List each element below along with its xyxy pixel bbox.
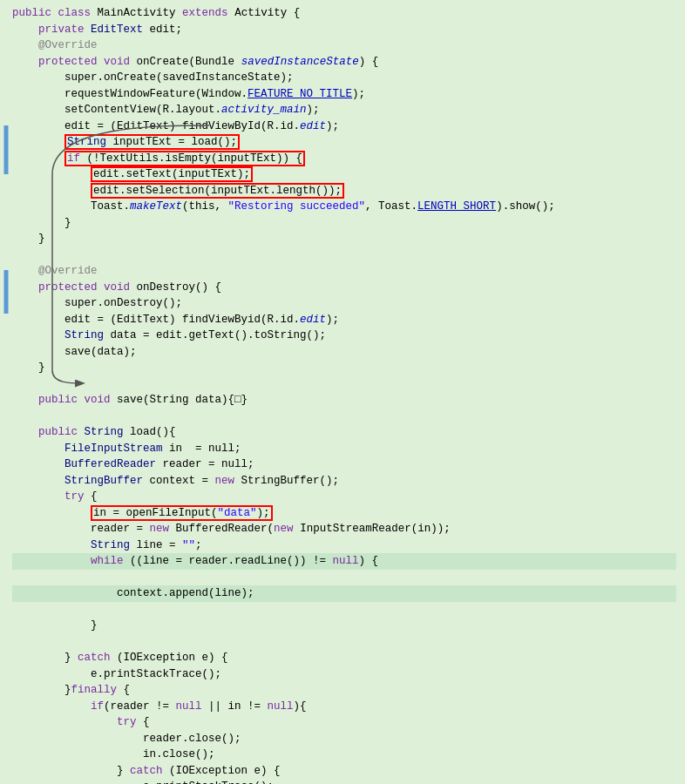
line-34: String line = ""; [12, 539, 202, 551]
line-4: protected void onCreate(Bundle savedInst… [12, 56, 378, 68]
line-35: while ((line = reader.readLine()) != nul… [12, 553, 676, 570]
line-19: super.onDestroy(); [12, 297, 182, 309]
line-41: }finally { [12, 684, 130, 696]
line-46: } catch (IOException e) { [12, 765, 281, 777]
code-editor: public class MainActivity extends Activi… [0, 0, 685, 784]
line-32: in = openFileInput("data"); [12, 505, 273, 521]
line-12: edit.setSelection(inputTExt.length()); [12, 183, 344, 199]
line-7: setContentView(R.layout.activity_main); [12, 104, 320, 116]
line-1: public class MainActivity extends Activi… [12, 7, 300, 19]
line-30: StringBuffer context = new StringBuffer(… [12, 475, 339, 487]
line-28: FileInputStream in = null; [12, 443, 241, 455]
line-42: if(reader != null || in != null){ [12, 700, 307, 713]
line-43: try { [12, 716, 150, 728]
line-44: reader.close(); [12, 733, 241, 745]
line-6: requestWindowFeature(Window.FEATURE_NO_T… [12, 88, 365, 100]
line-14: } [12, 217, 71, 229]
line-33: reader = new BufferedReader(new InputStr… [12, 523, 451, 535]
line-8: edit = (EditText) findViewById(R.id.edit… [12, 120, 339, 132]
line-36: context.append(line); [12, 585, 676, 602]
line-15: } [12, 233, 45, 245]
line-13: Toast.makeText(this, "Restoring succeede… [12, 200, 555, 213]
line-10: if (!TextUtils.isEmpty(inputTExt)) { [12, 151, 305, 166]
line-11: edit.setText(inputTExt); [12, 166, 253, 182]
line-21: String data = edit.getText().toString(); [12, 329, 326, 341]
line-29: BufferedReader reader = null; [12, 458, 254, 470]
line-23: } [12, 362, 45, 374]
line-5: super.onCreate(savedInstanceState); [12, 71, 294, 84]
line-40: e.printStackTrace(); [12, 668, 221, 680]
line-39: } catch (IOException e) { [12, 652, 228, 664]
line-27: public String load(){ [12, 426, 176, 438]
line-47: e.printStackTrace(); [12, 781, 274, 784]
code-content: public class MainActivity extends Activi… [0, 0, 685, 784]
line-31: try { [12, 490, 98, 503]
line-2: private EditText edit; [12, 24, 182, 36]
line-37: } [12, 619, 98, 632]
line-20: edit = (EditText) findViewByid(R.id.edit… [12, 314, 339, 326]
line-22: save(data); [12, 346, 137, 358]
line-9: String inputTExt = load(); [12, 134, 240, 150]
line-25: public void save(String data){□} [12, 394, 248, 406]
line-45: in.close(); [12, 748, 215, 760]
line-17: @Override [12, 265, 98, 277]
line-18: protected void onDestroy() { [12, 281, 221, 294]
line-3: @Override [12, 39, 98, 51]
